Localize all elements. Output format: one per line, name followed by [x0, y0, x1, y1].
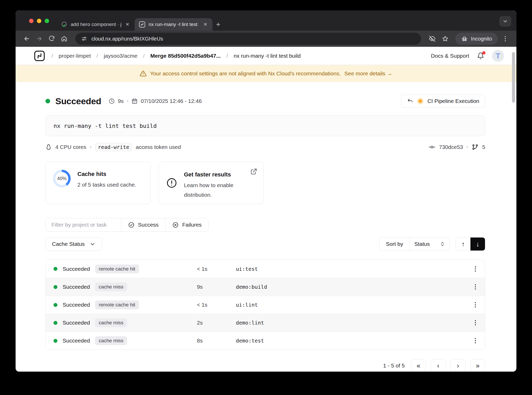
- sort-select[interactable]: Status: [409, 238, 450, 251]
- success-dot: [54, 303, 57, 307]
- cache-hits-card[interactable]: 40% Cache hits 2 of 5 tasks used cache.: [45, 162, 150, 204]
- pagination-label: 1 - 5 of 5: [383, 363, 405, 369]
- commit-sha[interactable]: 730dce53: [439, 144, 463, 150]
- filter-failures-button[interactable]: Failures: [165, 218, 208, 231]
- pr-check-favicon: [61, 21, 68, 28]
- first-page-button[interactable]: «: [411, 359, 426, 372]
- row-status: Succeeded: [63, 338, 90, 344]
- separator-dot: [127, 100, 128, 102]
- next-page-button[interactable]: ›: [450, 359, 466, 372]
- scrollbar-thumb[interactable]: [512, 52, 515, 103]
- url-text[interactable]: cloud.nx.app/runs/BkIXGHleUs: [91, 36, 163, 42]
- breadcrumb-separator: /: [97, 53, 98, 59]
- success-dot: [54, 321, 57, 325]
- kebab-icon: [505, 36, 506, 41]
- external-link-icon[interactable]: [250, 168, 257, 175]
- tab-nx-run[interactable]: nx run-many -t lint test ... fron ✕: [135, 18, 212, 31]
- row-status: Succeeded: [63, 320, 90, 326]
- breadcrumb-workspace[interactable]: proper-limpet: [59, 53, 91, 59]
- tabs: add hero component · jaysoo ✕ nx run-man…: [57, 18, 224, 31]
- tab-search-button[interactable]: [499, 16, 511, 27]
- faster-results-card[interactable]: Get faster results Learn how to enable d…: [159, 162, 264, 204]
- new-tab-button[interactable]: +: [212, 19, 224, 30]
- breadcrumb: / proper-limpet / jaysoo3/acme / Merge 8…: [51, 53, 301, 59]
- pipeline-label: CI Pipeline Execution: [427, 98, 479, 104]
- cache-status-label: Cache Status: [52, 241, 85, 247]
- browser-menu-button[interactable]: [500, 33, 511, 44]
- kebab-icon: [475, 284, 476, 289]
- eye-off-icon[interactable]: [427, 33, 438, 44]
- pagination: 1 - 5 of 5 « ‹ › »: [45, 359, 485, 372]
- kebab-icon: [475, 266, 476, 272]
- tab-add-hero-component[interactable]: add hero component · jaysoo ✕: [57, 18, 135, 31]
- row-task: demo:test: [236, 338, 466, 344]
- branch-count[interactable]: 5: [482, 144, 485, 150]
- close-window-button[interactable]: [29, 19, 34, 23]
- filter-success-button[interactable]: Success: [121, 218, 165, 231]
- close-icon[interactable]: ✕: [202, 21, 208, 28]
- success-dot: [54, 339, 57, 343]
- breadcrumb-repo[interactable]: jaysoo3/acme: [104, 53, 137, 59]
- banner-details-link[interactable]: See more details →: [344, 70, 392, 77]
- success-dot: [54, 267, 57, 271]
- run-detail: Succeeded 9s 07/10/2025 12:46 - 12:46: [16, 95, 516, 372]
- row-menu-button[interactable]: [466, 284, 485, 289]
- cache-status-dropdown[interactable]: Cache Status: [45, 237, 102, 251]
- sort-ascending-button[interactable]: ↑: [456, 238, 470, 251]
- breadcrumb-run[interactable]: nx run-many -t lint test build: [234, 53, 301, 59]
- tab-title: add hero component · jaysoo: [71, 22, 121, 27]
- chevron-updown-icon: [440, 241, 445, 247]
- row-task: ui:lint: [236, 302, 466, 308]
- ci-pipeline-execution-button[interactable]: CI Pipeline Execution: [401, 95, 485, 108]
- bookmark-star-icon[interactable]: [440, 33, 451, 44]
- summary-cards: 40% Cache hits 2 of 5 tasks used cache. …: [45, 162, 485, 204]
- browser-window: add hero component · jaysoo ✕ nx run-man…: [16, 10, 516, 372]
- row-menu-button[interactable]: [466, 338, 485, 343]
- run-status-title: Succeeded: [55, 96, 101, 106]
- home-button[interactable]: [59, 33, 70, 44]
- sort-direction-group: ↑ ↓: [456, 237, 485, 251]
- chevron-down-icon: [89, 241, 96, 247]
- table-row[interactable]: Succeeded remote cache hit < 1s ui:test: [46, 260, 485, 278]
- access-control-banner: Your access control settings are not ali…: [16, 65, 516, 82]
- cache-hits-title: Cache hits: [77, 171, 136, 177]
- last-page-button[interactable]: »: [470, 359, 485, 372]
- sort-descending-button[interactable]: ↓: [470, 238, 485, 251]
- breadcrumb-separator: /: [143, 53, 145, 59]
- table-row[interactable]: Succeeded cache miss 9s demo:build: [46, 278, 485, 296]
- address-bar[interactable]: cloud.nx.app/runs/BkIXGHleUs: [75, 33, 421, 45]
- table-row[interactable]: Succeeded cache miss 2s demo:lint: [46, 314, 485, 332]
- cpu-cores: 4 CPU cores: [55, 144, 86, 150]
- row-menu-button[interactable]: [466, 320, 485, 325]
- table-row[interactable]: Succeeded remote cache hit < 1s ui:lint: [46, 296, 485, 314]
- notifications-button[interactable]: [477, 52, 484, 60]
- nx-logo[interactable]: [34, 50, 45, 62]
- close-icon[interactable]: ✕: [124, 21, 130, 28]
- docs-support-link[interactable]: Docs & Support: [431, 53, 469, 59]
- notification-dot: [482, 51, 486, 55]
- separator-dot: [90, 146, 91, 148]
- breadcrumb-commit[interactable]: Merge 85d500f42d5a9b47...: [150, 53, 221, 59]
- filter-input[interactable]: [46, 218, 121, 231]
- forward-button[interactable]: [34, 33, 45, 44]
- cache-hit-donut: 40%: [53, 170, 71, 187]
- row-duration: 2s: [197, 320, 236, 326]
- breadcrumb-separator: /: [227, 53, 228, 59]
- zoom-window-button[interactable]: [45, 19, 49, 23]
- row-task: ui:test: [236, 266, 466, 272]
- avatar[interactable]: T: [492, 50, 504, 62]
- alert-circle-icon: [166, 177, 177, 188]
- reload-button[interactable]: [46, 33, 57, 44]
- previous-page-button[interactable]: ‹: [431, 359, 446, 372]
- minimize-window-button[interactable]: [37, 19, 41, 23]
- site-info-icon[interactable]: [81, 36, 87, 42]
- warning-triangle-icon: [140, 70, 147, 77]
- back-button[interactable]: [21, 33, 32, 44]
- task-table: Succeeded remote cache hit < 1s ui:test …: [45, 260, 485, 350]
- table-row[interactable]: Succeeded cache miss 8s demo:test: [46, 332, 485, 350]
- cache-hits-subtitle: 2 of 5 tasks used cache.: [77, 180, 136, 190]
- row-menu-button[interactable]: [466, 302, 485, 307]
- access-token-text: access token used: [136, 144, 181, 150]
- row-menu-button[interactable]: [466, 266, 485, 272]
- table-controls: Cache Status Sort by Status: [45, 237, 485, 251]
